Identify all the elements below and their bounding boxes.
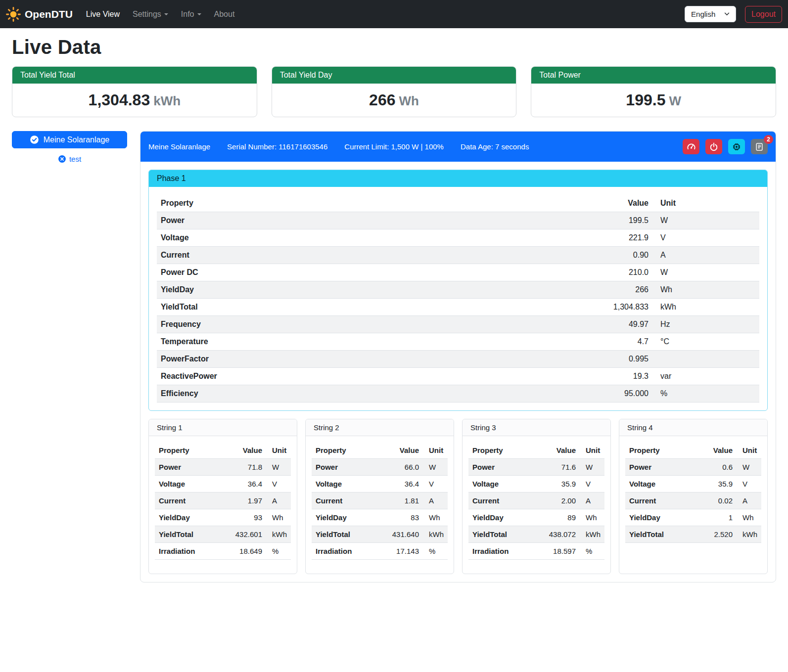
table-row: Voltage35.9V <box>468 476 604 493</box>
nav-settings[interactable]: Settings <box>126 6 175 23</box>
string-card-title: String 2 <box>306 419 454 436</box>
power-settings-button[interactable] <box>705 139 722 154</box>
property-cell: Power DC <box>157 264 578 281</box>
nav-settings-label: Settings <box>133 10 161 19</box>
nav-info[interactable]: Info <box>175 6 208 23</box>
table-row: YieldDay1Wh <box>625 509 761 526</box>
string-3-table: PropertyValueUnitPower71.6WVoltage35.9VC… <box>468 442 604 560</box>
x-circle-icon <box>58 155 66 163</box>
journal-icon <box>755 142 764 151</box>
value-cell: 1.81 <box>387 493 423 509</box>
value-cell: 36.4 <box>231 476 266 493</box>
value-cell: 49.97 <box>578 316 652 333</box>
unit-cell: Wh <box>580 509 604 526</box>
current-limit: Current Limit: 1,500 W | 100% <box>344 142 444 151</box>
table-row: YieldTotal431.640kWh <box>312 526 448 543</box>
total-yield-day-card: Total Yield Day 266Wh <box>272 66 517 117</box>
language-select[interactable]: English <box>685 6 736 22</box>
panel-actions: 2 <box>683 139 768 154</box>
value-cell: 36.4 <box>387 476 423 493</box>
chevron-down-icon <box>197 13 201 15</box>
nav-live-view[interactable]: Live View <box>80 6 126 23</box>
property-cell: YieldDay <box>468 509 544 526</box>
unit-cell: kWh <box>266 526 291 543</box>
inverter-item-test[interactable]: test <box>12 155 127 163</box>
table-row: Voltage36.4V <box>155 476 291 493</box>
unit-cell: kWh <box>737 526 761 543</box>
unit-cell: % <box>580 543 604 560</box>
property-cell: Voltage <box>312 476 387 493</box>
unit-cell: Wh <box>423 509 448 526</box>
device-info-button[interactable] <box>728 139 745 154</box>
string-card-title: String 1 <box>149 419 297 436</box>
column-header: Unit <box>423 442 448 459</box>
unit-cell: kWh <box>580 526 604 543</box>
value-cell: 71.6 <box>544 459 580 476</box>
total-power-card: Total Power 199.5W <box>531 66 776 117</box>
strings-row: String 1 PropertyValueUnitPower71.8WVolt… <box>148 419 768 574</box>
value-cell: 35.9 <box>701 476 737 493</box>
table-row: Irradiation17.143% <box>312 543 448 560</box>
property-cell: Efficiency <box>157 385 578 403</box>
table-row: YieldTotal2.520kWh <box>625 526 761 543</box>
unit-cell: kWh <box>423 526 448 543</box>
summary-cards-row: Total Yield Total 1,304.83kWh Total Yiel… <box>12 66 776 117</box>
property-cell: YieldTotal <box>157 299 578 316</box>
nav-about[interactable]: About <box>208 6 241 23</box>
unit-cell: W <box>580 459 604 476</box>
property-cell: Irradiation <box>468 543 544 560</box>
inverter-panel-header: Meine Solaranlage Serial Number: 1161716… <box>140 132 776 162</box>
inverter-select-button[interactable]: Meine Solaranlage <box>12 131 127 148</box>
table-row: Voltage221.9V <box>157 229 759 247</box>
table-header-row: PropertyValueUnit <box>625 442 761 459</box>
property-cell: YieldDay <box>155 509 231 526</box>
gauge-icon <box>687 142 696 151</box>
unit-cell: V <box>266 476 291 493</box>
value-cell: 210.0 <box>578 264 652 281</box>
table-row: Efficiency95.000% <box>157 385 759 403</box>
table-header-row: PropertyValueUnit <box>155 442 291 459</box>
page-content: Live Data Total Yield Total 1,304.83kWh … <box>0 36 788 594</box>
table-row: Frequency49.97Hz <box>157 316 759 333</box>
limit-settings-button[interactable] <box>683 139 699 154</box>
property-cell: YieldTotal <box>155 526 231 543</box>
value-cell: 0.02 <box>701 493 737 509</box>
value-cell: 431.640 <box>387 526 423 543</box>
card-unit: kWh <box>153 93 181 108</box>
property-cell: Power <box>468 459 544 476</box>
property-cell: Power <box>155 459 231 476</box>
string-card-body: PropertyValueUnitPower0.6WVoltage35.9VCu… <box>619 436 767 557</box>
chevron-down-icon <box>164 13 168 15</box>
unit-cell: V <box>423 476 448 493</box>
card-title: Total Power <box>531 67 776 84</box>
value-cell: 1 <box>701 509 737 526</box>
value-cell: 83 <box>387 509 423 526</box>
string-1-table: PropertyValueUnitPower71.8WVoltage36.4VC… <box>155 442 291 560</box>
column-header: Value <box>544 442 580 459</box>
unit-cell: V <box>737 476 761 493</box>
string-2-card: String 2 PropertyValueUnitPower66.0WVolt… <box>305 419 454 574</box>
value-cell: 66.0 <box>387 459 423 476</box>
inverter-panel-body: Phase 1 PropertyValueUnitPower199.5WVolt… <box>140 162 776 582</box>
property-cell: Power <box>157 212 578 229</box>
card-unit: W <box>669 93 681 108</box>
value-cell: 199.5 <box>578 212 652 229</box>
property-cell: Current <box>625 493 701 509</box>
property-cell: Irradiation <box>155 543 231 560</box>
unit-cell: kWh <box>652 299 759 316</box>
logout-button[interactable]: Logout <box>745 6 782 23</box>
event-log-button[interactable]: 2 <box>751 139 768 154</box>
property-cell: Current <box>157 247 578 264</box>
brand[interactable]: OpenDTU <box>6 7 73 22</box>
card-title: Total Yield Day <box>272 67 516 84</box>
string-4-card: String 4 PropertyValueUnitPower0.6WVolta… <box>619 419 768 574</box>
table-row: Current0.90A <box>157 247 759 264</box>
unit-cell: var <box>652 368 759 385</box>
string-4-table: PropertyValueUnitPower0.6WVoltage35.9VCu… <box>625 442 761 543</box>
unit-cell: °C <box>652 333 759 351</box>
property-cell: PowerFactor <box>157 351 578 368</box>
table-row: YieldDay266Wh <box>157 281 759 299</box>
value-cell: 0.6 <box>701 459 737 476</box>
property-cell: Current <box>155 493 231 509</box>
string-3-card: String 3 PropertyValueUnitPower71.6WVolt… <box>462 419 611 574</box>
